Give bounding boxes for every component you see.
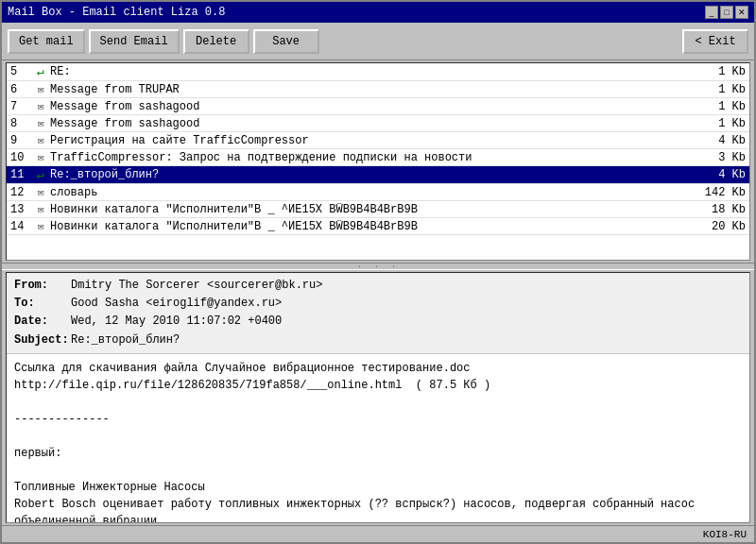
encoding-label: KOI8-RU bbox=[703, 529, 747, 540]
email-number: 10 bbox=[10, 151, 31, 164]
from-label: From: bbox=[14, 277, 71, 295]
from-value: Dmitry The Sorcerer <sourcerer@bk.ru> bbox=[71, 277, 322, 295]
maximize-button[interactable]: □ bbox=[720, 6, 733, 19]
close-button[interactable]: ✕ bbox=[735, 6, 748, 19]
get-mail-button[interactable]: Get mail bbox=[8, 29, 85, 54]
email-size: 1 Kb bbox=[698, 83, 746, 96]
email-list[interactable]: 5↵RE:1 Kb6✉Message from TRUPAR1 Kb7✉Mess… bbox=[6, 62, 750, 261]
send-email-button[interactable]: Send Email bbox=[89, 29, 180, 54]
date-value: Wed, 12 May 2010 11:07:02 +0400 bbox=[71, 313, 282, 331]
email-subject: Message from sashagood bbox=[50, 100, 698, 113]
envelope-icon: ✉ bbox=[31, 100, 50, 112]
email-number: 12 bbox=[10, 186, 31, 199]
email-subject: Регистрация на сайте TrafficCompressor bbox=[50, 134, 698, 147]
envelope-icon: ✉ bbox=[31, 151, 50, 163]
email-number: 9 bbox=[10, 134, 31, 147]
main-content: 5↵RE:1 Kb6✉Message from TRUPAR1 Kb7✉Mess… bbox=[2, 60, 754, 525]
email-subject: TrafficCompressor: Запрос на подтвержден… bbox=[50, 151, 698, 164]
email-size: 1 Kb bbox=[698, 117, 746, 130]
to-label: To: bbox=[14, 295, 71, 313]
envelope-icon: ✉ bbox=[31, 134, 50, 146]
email-size: 142 Kb bbox=[698, 186, 746, 199]
email-row[interactable]: 13✉Новинки каталога "Исполнители"В _ ^ИЕ… bbox=[7, 201, 749, 218]
email-row[interactable]: 10✉TrafficCompressor: Запрос на подтверж… bbox=[7, 149, 749, 166]
email-subject: Новинки каталога "Исполнители"В _ ^ИЕ15Х… bbox=[50, 220, 698, 233]
main-window: Mail Box - Email client Liza 0.8 _ □ ✕ G… bbox=[0, 0, 756, 544]
delete-button[interactable]: Delete bbox=[183, 29, 249, 54]
email-subject: Новинки каталога "Исполнители"В _ ^ИЕ15Х… bbox=[50, 203, 698, 216]
envelope-icon: ✉ bbox=[31, 83, 50, 95]
email-row[interactable]: 7✉Message from sashagood1 Kb bbox=[7, 98, 749, 115]
envelope-icon: ✉ bbox=[31, 220, 50, 232]
email-subject: RE: bbox=[50, 65, 698, 78]
email-preview: From: Dmitry The Sorcerer <sourcerer@bk.… bbox=[6, 272, 750, 523]
email-number: 11 bbox=[10, 168, 31, 181]
email-row[interactable]: 11↵Re:_второй_блин?4 Kb bbox=[7, 166, 749, 184]
email-number: 13 bbox=[10, 203, 31, 216]
envelope-icon: ✉ bbox=[31, 117, 50, 129]
email-row[interactable]: 14✉Новинки каталога "Исполнители"В _ ^ИЕ… bbox=[7, 218, 749, 235]
email-body: Ссылка для скачивания файла Случайное ви… bbox=[7, 354, 749, 523]
email-subject: Re:_второй_блин? bbox=[50, 168, 698, 181]
email-size: 20 Kb bbox=[698, 220, 746, 233]
subject-value: Re:_второй_блин? bbox=[71, 332, 180, 349]
exit-button[interactable]: < Exit bbox=[682, 29, 748, 54]
email-row[interactable]: 5↵RE:1 Kb bbox=[7, 63, 749, 81]
email-row[interactable]: 6✉Message from TRUPAR1 Kb bbox=[7, 81, 749, 98]
email-number: 5 bbox=[10, 65, 31, 78]
email-size: 1 Kb bbox=[698, 100, 746, 113]
email-size: 18 Kb bbox=[698, 203, 746, 216]
email-subject: Message from sashagood bbox=[50, 117, 698, 130]
email-number: 6 bbox=[10, 83, 31, 96]
subject-label: Subject: bbox=[14, 332, 71, 349]
email-headers: From: Dmitry The Sorcerer <sourcerer@bk.… bbox=[7, 273, 749, 354]
email-size: 4 Kb bbox=[698, 168, 746, 181]
email-size: 3 Kb bbox=[698, 151, 746, 164]
envelope-icon: ✉ bbox=[31, 203, 50, 215]
to-value: Good Sasha <eiroglif@yandex.ru> bbox=[71, 295, 282, 313]
divider-dots: · · · bbox=[356, 262, 399, 272]
reply-icon: ↵ bbox=[31, 167, 50, 182]
divider[interactable]: · · · bbox=[2, 263, 754, 270]
minimize-button[interactable]: _ bbox=[705, 6, 718, 19]
email-row[interactable]: 9✉Регистрация на сайте TrafficCompressor… bbox=[7, 132, 749, 149]
save-button[interactable]: Save bbox=[253, 29, 319, 54]
title-bar: Mail Box - Email client Liza 0.8 _ □ ✕ bbox=[2, 2, 754, 23]
email-number: 8 bbox=[10, 117, 31, 130]
status-bar: KOI8-RU bbox=[2, 525, 754, 542]
email-row[interactable]: 8✉Message from sashagood1 Kb bbox=[7, 115, 749, 132]
email-row[interactable]: 12✉словарь142 Kb bbox=[7, 184, 749, 201]
title-bar-controls: _ □ ✕ bbox=[705, 6, 748, 19]
email-subject: словарь bbox=[50, 186, 698, 199]
email-number: 14 bbox=[10, 220, 31, 233]
date-label: Date: bbox=[14, 313, 71, 331]
toolbar: Get mail Send Email Delete Save < Exit bbox=[2, 23, 754, 60]
window-title: Mail Box - Email client Liza 0.8 bbox=[8, 6, 225, 19]
email-size: 4 Kb bbox=[698, 134, 746, 147]
envelope-icon: ✉ bbox=[31, 186, 50, 198]
email-number: 7 bbox=[10, 100, 31, 113]
email-size: 1 Kb bbox=[698, 65, 746, 78]
email-subject: Message from TRUPAR bbox=[50, 83, 698, 96]
reply-icon: ↵ bbox=[31, 64, 50, 79]
